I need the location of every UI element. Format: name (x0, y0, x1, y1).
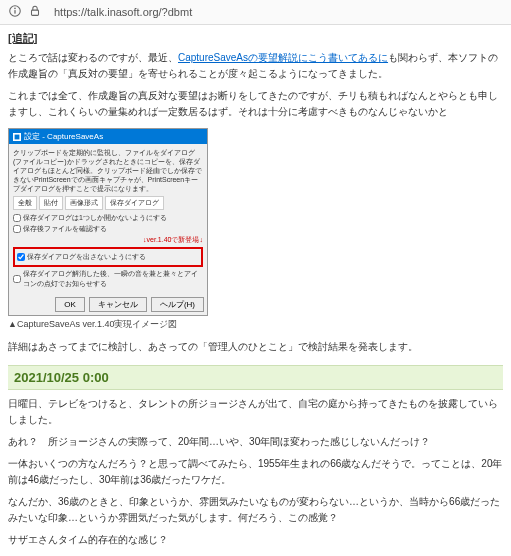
entry-paragraph: 一体おいくつの方なんだろう？と思って調べてみたら、1955年生まれの66歳なんだ… (8, 456, 503, 488)
settings-dialog: 設定 - CaptureSaveAs クリップボードを定期的に監視し、ファイルを… (8, 128, 208, 316)
entry-paragraph: 日曜日、テレビをつけると、タレントの所ジョージさんが出て、自宅の庭から持ってきた… (8, 396, 503, 428)
tab-paste[interactable]: 貼付 (39, 196, 63, 210)
svg-point-2 (14, 8, 16, 10)
tab-save-dialog[interactable]: 保存ダイアログ (105, 196, 164, 210)
svg-rect-5 (15, 134, 20, 139)
browser-address-bar: https://talk.inasoft.org/?dbmt (0, 0, 511, 25)
checkbox-row-3: 保存ダイアログを出さないようにする (17, 252, 199, 262)
checkbox-label-1: 保存ダイアログは1つしか開かないようにする (23, 213, 167, 223)
checkbox-row-4: 保存ダイアログ解消した後、一瞬の音を兼と兼々とアイコンの点灯でお知らせする (13, 269, 203, 289)
dialog-screenshot: 設定 - CaptureSaveAs クリップボードを定期的に監視し、ファイルを… (8, 128, 503, 331)
dialog-tabs: 全般 貼付 画像形式 保存ダイアログ (13, 196, 203, 210)
checkbox-row-2: 保存後ファイルを確認する (13, 224, 203, 234)
highlight-box: 保存ダイアログを出さないようにする (13, 247, 203, 267)
intro-text-1: ところで話は変わるのですが、最近、 (8, 52, 178, 63)
intro-paragraph-1: ところで話は変わるのですが、最近、CaptureSaveAsの要望解説にこう書い… (8, 50, 503, 82)
tab-format[interactable]: 画像形式 (65, 196, 103, 210)
checkbox-label-4: 保存ダイアログ解消した後、一瞬の音を兼と兼々とアイコンの点灯でお知らせする (23, 269, 203, 289)
entry-paragraph: サザエさんタイム的存在的な感じ？ (8, 532, 503, 548)
checkbox-confirm-after[interactable] (13, 225, 21, 233)
entry-date-header: 2021/10/25 0:00 (8, 365, 503, 390)
closing-paragraph: 詳細はあさってまでに検討し、あさっての「管理人のひとこと」で検討結果を発表します… (8, 339, 503, 355)
url-text[interactable]: https://talk.inasoft.org/?dbmt (48, 4, 503, 20)
checkbox-row-1: 保存ダイアログは1つしか開かないようにする (13, 213, 203, 223)
svg-rect-1 (14, 10, 15, 14)
checkbox-single-dialog[interactable] (13, 214, 21, 222)
entry-paragraph: なんだか、36歳のときと、印象というか、雰囲気みたいなものが変わらない…というか… (8, 494, 503, 526)
dialog-caption: ▲CaptureSaveAs ver.1.40実現イメージ図 (8, 318, 503, 331)
dialog-body: クリップボードを定期的に監視し、ファイルをダイアログ(ファイルコピー)かドラッグ… (9, 144, 207, 294)
entry-paragraph: あれ？ 所ジョージさんの実際って、20年間…いや、30年間ほ変わった感じしないん… (8, 434, 503, 450)
lock-icon (28, 4, 42, 20)
version-note: ↓ver.1.40で新登場↓ (13, 235, 203, 245)
dialog-title-text: 設定 - CaptureSaveAs (24, 131, 103, 142)
checkbox-label-2: 保存後ファイルを確認する (23, 224, 107, 234)
cancel-button[interactable]: キャンセル (89, 297, 147, 312)
checkbox-notify[interactable] (13, 275, 21, 283)
intro-paragraph-2: これまでは全て、作成趣旨の真反対な要望はお断りをしてきたのですが、チリも積もれば… (8, 88, 503, 120)
tab-general[interactable]: 全般 (13, 196, 37, 210)
ok-button[interactable]: OK (55, 297, 85, 312)
checkbox-label-3: 保存ダイアログを出さないようにする (27, 252, 146, 262)
page-content: [追記] ところで話は変わるのですが、最近、CaptureSaveAsの要望解説… (0, 25, 511, 556)
capture-saveas-link[interactable]: CaptureSaveAsの要望解説にこう書いてあるに (178, 52, 388, 63)
svg-rect-3 (32, 10, 39, 15)
addendum-label: [追記] (8, 31, 503, 46)
app-icon (13, 133, 21, 141)
dialog-titlebar: 設定 - CaptureSaveAs (9, 129, 207, 144)
checkbox-no-dialog[interactable] (17, 253, 25, 261)
page-info-icon[interactable] (8, 4, 22, 20)
dialog-button-row: OK キャンセル ヘルプ(H) (9, 294, 207, 315)
dialog-description: クリップボードを定期的に監視し、ファイルをダイアログ(ファイルコピー)かドラッグ… (13, 148, 203, 193)
help-button[interactable]: ヘルプ(H) (151, 297, 204, 312)
